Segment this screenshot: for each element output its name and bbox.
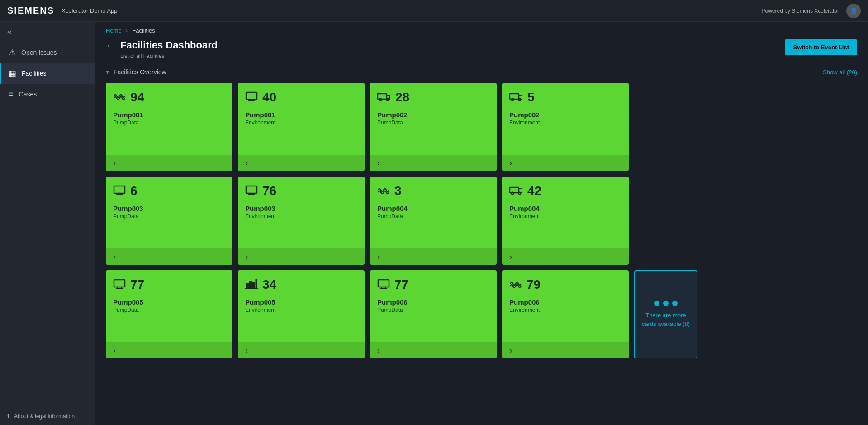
- sidebar-item-label: Facilities: [22, 70, 46, 77]
- sidebar-collapse-button[interactable]: «: [0, 22, 95, 42]
- monitor-icon: [113, 185, 126, 197]
- card-count: 94: [130, 90, 144, 105]
- cards-row-3: 77 Pump005 PumpData › 34 Pump005 Environ…: [106, 270, 857, 358]
- card-pump001-pumpdata[interactable]: 94 Pump001 PumpData ›: [106, 83, 232, 171]
- card-count: 5: [527, 90, 535, 105]
- card-type: PumpData: [377, 213, 489, 220]
- sidebar-item-facilities[interactable]: ▦ Facilities: [0, 63, 95, 84]
- card-count: 79: [526, 277, 541, 292]
- card-name: Pump001: [113, 111, 225, 119]
- truck-icon: [509, 91, 523, 103]
- breadcrumb-separator: >: [125, 27, 129, 34]
- card-count: 40: [262, 90, 276, 105]
- card-pump004-environment[interactable]: 42 Pump004 Environment ›: [502, 177, 629, 265]
- user-avatar[interactable]: 👤: [846, 4, 861, 18]
- sidebar: « ⚠ Open Issues ▦ Facilities ≡ Cases ℹ A…: [0, 0, 95, 425]
- card-type: PumpData: [377, 119, 489, 126]
- main-content: Home > Facilities ← Facilities Dashboard…: [95, 0, 868, 425]
- breadcrumb-home[interactable]: Home: [106, 27, 122, 34]
- sidebar-item-label: Open Issues: [21, 49, 57, 56]
- truck-icon: [509, 185, 523, 197]
- dot-2: [663, 301, 669, 306]
- monitor-icon: [245, 91, 258, 103]
- page-header: ← Facilities Dashboard List of all Facil…: [95, 39, 868, 65]
- card-expand-icon[interactable]: ›: [370, 155, 497, 171]
- card-expand-icon[interactable]: ›: [502, 248, 629, 265]
- card-pump002-environment[interactable]: 5 Pump002 Environment ›: [502, 83, 629, 171]
- card-pump006-environment[interactable]: 79 Pump006 Environment ›: [502, 270, 629, 358]
- card-type: Environment: [245, 307, 357, 313]
- card-count: 42: [527, 184, 541, 198]
- card-name: Pump003: [245, 205, 357, 212]
- more-cards-text: There are more cards available (8): [635, 311, 697, 328]
- card-type: Environment: [509, 307, 621, 313]
- sidebar-item-cases[interactable]: ≡ Cases: [0, 84, 95, 104]
- card-name: Pump004: [377, 205, 489, 212]
- card-count: 28: [395, 90, 409, 105]
- card-count: 6: [130, 184, 138, 198]
- card-expand-icon[interactable]: ›: [370, 342, 497, 358]
- card-name: Pump001: [245, 111, 357, 119]
- card-pump003-environment[interactable]: 76 Pump003 Environment ›: [238, 177, 365, 265]
- info-icon: ℹ: [7, 413, 9, 420]
- svg-rect-28: [256, 279, 257, 288]
- wave-icon: [113, 91, 126, 103]
- truck-icon: [377, 91, 391, 103]
- switch-to-event-list-button[interactable]: Switch to Event List: [785, 39, 857, 55]
- cards-area: 94 Pump001 PumpData › 40 Pump001 Environ…: [95, 79, 868, 368]
- svg-rect-18: [510, 187, 519, 193]
- card-expand-icon[interactable]: ›: [370, 248, 497, 265]
- card-type: PumpData: [113, 307, 225, 313]
- card-pump002-pumpdata[interactable]: 28 Pump002 PumpData ›: [370, 83, 497, 171]
- about-legal-link[interactable]: ℹ About & legal information: [0, 408, 95, 425]
- card-pump003-pumpdata[interactable]: 6 Pump003 PumpData ›: [106, 177, 232, 265]
- show-all-link[interactable]: Show all (20): [823, 69, 857, 76]
- card-type: PumpData: [377, 307, 489, 313]
- card-expand-icon[interactable]: ›: [106, 248, 232, 265]
- card-expand-icon[interactable]: ›: [106, 155, 232, 171]
- svg-rect-10: [114, 186, 125, 193]
- card-expand-icon[interactable]: ›: [238, 342, 365, 358]
- card-expand-icon[interactable]: ›: [238, 155, 365, 171]
- page-subtitle: List of all Facilities: [120, 53, 218, 59]
- card-expand-icon[interactable]: ›: [106, 342, 232, 358]
- more-cards-panel[interactable]: There are more cards available (8): [634, 270, 697, 358]
- card-type: Environment: [509, 119, 621, 126]
- card-expand-icon[interactable]: ›: [238, 248, 365, 265]
- card-name: Pump003: [113, 205, 225, 212]
- sidebar-item-open-issues[interactable]: ⚠ Open Issues: [0, 42, 95, 63]
- card-count: 3: [394, 184, 402, 198]
- cards-row-2: 6 Pump003 PumpData › 76 Pump003 Environm…: [106, 177, 857, 265]
- svg-rect-14: [246, 186, 257, 193]
- section-collapse-icon[interactable]: ▾: [106, 68, 109, 76]
- card-expand-icon[interactable]: ›: [502, 342, 629, 358]
- svg-rect-26: [249, 281, 251, 288]
- cards-row-1: 94 Pump001 PumpData › 40 Pump001 Environ…: [106, 83, 857, 171]
- card-pump005-environment[interactable]: 34 Pump005 Environment ›: [238, 270, 365, 358]
- facilities-icon: ▦: [9, 68, 16, 78]
- back-button[interactable]: ←: [106, 40, 115, 51]
- svg-rect-0: [246, 92, 257, 100]
- powered-by: Powered by Siemens Xcelerator: [762, 8, 839, 14]
- section-title: Facilities Overview: [114, 68, 166, 76]
- svg-rect-27: [252, 282, 255, 288]
- app-name: Xcelerator Demo App: [62, 7, 762, 14]
- card-name: Pump005: [245, 298, 357, 306]
- card-pump004-pumpdata[interactable]: 3 Pump004 PumpData ›: [370, 177, 497, 265]
- card-name: Pump005: [113, 298, 225, 306]
- card-pump006-pumpdata[interactable]: 77 Pump006 PumpData ›: [370, 270, 497, 358]
- card-expand-icon[interactable]: ›: [502, 155, 629, 171]
- page-header-left: ← Facilities Dashboard List of all Facil…: [106, 39, 218, 59]
- monitor-icon: [245, 185, 258, 197]
- card-pump001-environment[interactable]: 40 Pump001 Environment ›: [238, 83, 365, 171]
- about-legal-label: About & legal information: [14, 413, 75, 420]
- card-count: 77: [394, 277, 408, 292]
- wave-icon: [377, 186, 390, 196]
- card-name: Pump002: [377, 111, 489, 119]
- svg-rect-25: [246, 284, 248, 288]
- card-pump005-pumpdata[interactable]: 77 Pump005 PumpData ›: [106, 270, 232, 358]
- more-dots: [654, 301, 678, 306]
- card-count: 77: [130, 277, 144, 292]
- card-type: Environment: [245, 213, 357, 220]
- breadcrumb-current: Facilities: [132, 27, 155, 34]
